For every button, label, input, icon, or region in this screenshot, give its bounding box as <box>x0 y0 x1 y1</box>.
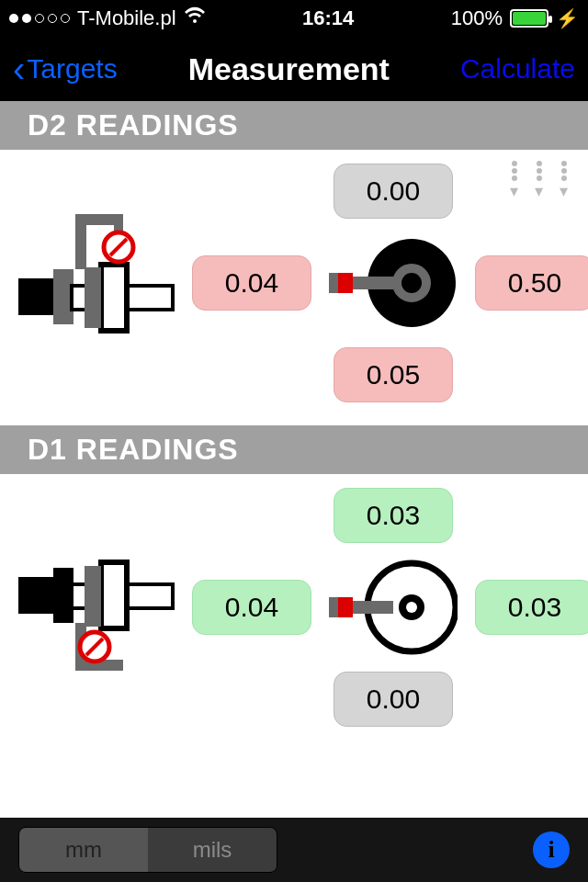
svg-rect-19 <box>85 566 101 627</box>
svg-rect-13 <box>336 273 353 293</box>
d1-right-reading[interactable]: 0.03 <box>475 580 588 635</box>
column-options-button[interactable]: ▾ ▾ ▾ <box>510 161 568 201</box>
page-title: Measurement <box>188 51 390 87</box>
wifi-icon <box>184 6 206 30</box>
unit-segmented-control[interactable]: mm mils <box>18 827 277 873</box>
nav-bar: ‹ Targets Measurement Calculate <box>0 37 588 101</box>
battery-pct-label: 100% <box>451 6 503 30</box>
svg-rect-14 <box>329 273 338 293</box>
signal-dots-icon <box>9 14 70 23</box>
chevron-left-icon: ‹ <box>13 51 25 87</box>
charging-icon: ⚡ <box>556 7 579 29</box>
svg-rect-0 <box>18 278 55 315</box>
carrier-label: T-Mobile.pl <box>77 6 176 30</box>
svg-rect-18 <box>101 562 127 628</box>
info-button[interactable]: i <box>533 831 570 868</box>
svg-rect-28 <box>351 601 393 614</box>
d1-bottom-reading[interactable]: 0.00 <box>334 672 453 727</box>
gauge-top-machine-icon <box>18 214 175 352</box>
d2-bottom-reading[interactable]: 0.05 <box>334 347 453 402</box>
d1-left-reading[interactable]: 0.04 <box>192 580 311 635</box>
section-d1: 0.03 0.04 <box>0 474 588 750</box>
clock-white-icon <box>329 557 458 658</box>
footer-bar: mm mils i <box>0 818 588 882</box>
clock-label: 16:14 <box>302 6 354 30</box>
d1-top-reading[interactable]: 0.03 <box>334 488 453 543</box>
battery-icon <box>510 9 548 28</box>
svg-rect-29 <box>336 597 353 617</box>
svg-rect-4 <box>85 267 101 328</box>
svg-rect-15 <box>18 577 55 614</box>
back-label: Targets <box>27 53 117 85</box>
gauge-bottom-machine-icon <box>18 538 175 676</box>
status-bar: T-Mobile.pl 16:14 100% ⚡ <box>0 0 588 37</box>
svg-point-27 <box>406 602 417 613</box>
unit-mils-button[interactable]: mils <box>148 828 277 872</box>
back-button[interactable]: ‹ Targets <box>13 51 118 87</box>
section-d2: ▾ ▾ ▾ 0.00 <box>0 150 588 425</box>
d2-top-reading[interactable]: 0.00 <box>334 164 453 219</box>
clock-black-icon <box>329 232 458 334</box>
section-header-d1: D1 READINGS <box>0 425 588 474</box>
d2-right-reading[interactable]: 0.50 <box>475 255 588 311</box>
svg-rect-12 <box>351 277 393 289</box>
d2-left-reading[interactable]: 0.04 <box>192 255 311 311</box>
calculate-button[interactable]: Calculate <box>460 53 575 85</box>
svg-rect-3 <box>101 265 127 331</box>
section-header-d2: D2 READINGS <box>0 101 588 150</box>
svg-rect-30 <box>329 597 338 617</box>
unit-mm-button[interactable]: mm <box>19 828 148 872</box>
